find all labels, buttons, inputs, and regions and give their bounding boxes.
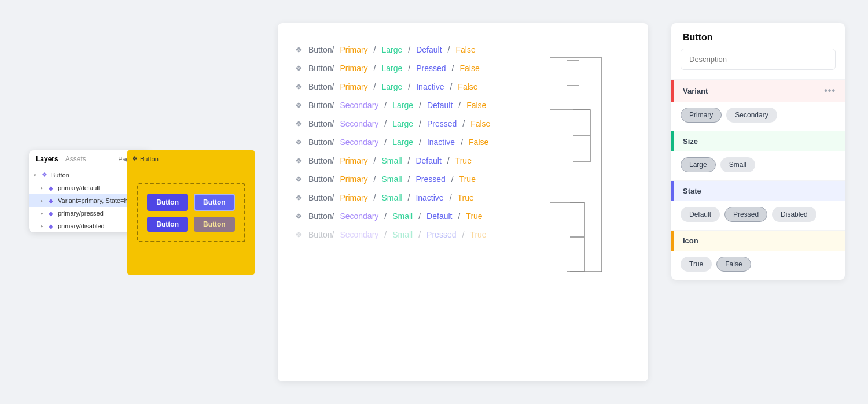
variant-item-4[interactable]: ❖ Button/Secondary/Large/Default/False	[295, 96, 631, 114]
state-section-header: State	[671, 181, 845, 201]
variant-option-secondary[interactable]: Secondary	[726, 108, 777, 123]
state-option-pressed[interactable]: Pressed	[724, 207, 767, 222]
variant-drag-icon: ❖	[295, 230, 303, 239]
icon-option-false[interactable]: False	[716, 257, 751, 272]
variant-drag-icon: ❖	[295, 156, 303, 165]
icon-section-header: Icon	[671, 231, 845, 251]
variant-item-8[interactable]: ❖ Button/Primary/Small/Pressed/True	[295, 170, 631, 188]
expand-arrow: ▸	[41, 198, 46, 203]
variant-item-7[interactable]: ❖ Button/Primary/Small/Default/True	[295, 151, 631, 170]
variant-item-11[interactable]: ❖ Button/Secondary/Small/Pressed/True	[295, 225, 631, 244]
state-option-default[interactable]: Default	[681, 207, 720, 222]
variant-drag-icon: ❖	[295, 212, 303, 221]
component-icon: ◆	[49, 210, 56, 217]
canvas-buttons-container: Button Button Button Button	[137, 183, 245, 242]
layers-tab[interactable]: Layers	[36, 155, 58, 163]
variant-drag-icon: ❖	[295, 138, 303, 147]
variant-list-panel: ❖ Button/Primary/Large/Default/False ❖ B…	[278, 23, 648, 381]
icon-options: True False	[671, 251, 845, 280]
variant-item-1[interactable]: ❖ Button/Primary/Large/Default/False	[295, 40, 631, 59]
variant-section: Variant ••• Primary Secondary	[671, 79, 845, 131]
description-input[interactable]	[681, 49, 836, 70]
frame-icon: ❖	[42, 171, 49, 179]
variant-item-10[interactable]: ❖ Button/Secondary/Small/Default/True	[295, 207, 631, 225]
canvas-component-label: ❖ Button	[132, 155, 159, 162]
variant-more-btn[interactable]: •••	[824, 86, 836, 96]
size-option-small[interactable]: Small	[720, 157, 755, 172]
state-option-disabled[interactable]: Disabled	[772, 207, 816, 222]
variant-drag-icon: ❖	[295, 119, 303, 128]
properties-panel: Button Variant ••• Primary Secondary Siz…	[671, 23, 845, 280]
variant-drag-icon: ❖	[295, 82, 303, 91]
variant-drag-icon: ❖	[295, 101, 303, 110]
expand-arrow: ▸	[41, 185, 46, 191]
variant-options: Primary Secondary	[671, 102, 845, 131]
canvas-btn-4[interactable]: Button	[194, 217, 235, 232]
canvas-btn-3[interactable]: Button	[147, 217, 188, 232]
icon-section: Icon True False	[671, 230, 845, 280]
variant-section-header: Variant •••	[671, 80, 845, 102]
canvas-btn-2[interactable]: Button	[194, 194, 235, 211]
variant-drag-icon: ❖	[295, 193, 303, 202]
size-options: Large Small	[671, 151, 845, 180]
canvas-btn-1[interactable]: Button	[147, 194, 188, 211]
properties-title: Button	[671, 23, 845, 49]
size-option-large[interactable]: Large	[681, 157, 716, 172]
variant-drag-icon: ❖	[295, 45, 303, 54]
canvas: ❖ Button Button Button Button Button	[127, 150, 255, 275]
assets-tab[interactable]: Assets	[65, 155, 86, 163]
variant-item-3[interactable]: ❖ Button/Primary/Large/Inactive/False	[295, 77, 631, 96]
variant-item-9[interactable]: ❖ Button/Primary/Small/Inactive/True	[295, 188, 631, 207]
expand-arrow: ▸	[41, 223, 46, 229]
component-icon: ◆	[49, 198, 56, 204]
variant-items: ❖ Button/Primary/Large/Default/False ❖ B…	[278, 23, 648, 255]
variant-item-6[interactable]: ❖ Button/Secondary/Large/Inactive/False	[295, 133, 631, 151]
variant-item-5[interactable]: ❖ Button/Secondary/Large/Pressed/False	[295, 114, 631, 133]
expand-arrow: ▾	[34, 172, 39, 178]
variant-drag-icon: ❖	[295, 64, 303, 73]
variant-drag-icon: ❖	[295, 175, 303, 184]
expand-arrow: ▸	[41, 210, 46, 216]
variant-item-2[interactable]: ❖ Button/Primary/Large/Pressed/False	[295, 59, 631, 77]
variant-option-primary[interactable]: Primary	[681, 108, 722, 123]
size-section-header: Size	[671, 131, 845, 151]
size-section: Size Large Small	[671, 131, 845, 180]
component-icon: ◆	[49, 185, 56, 191]
state-section: State Default Pressed Disabled	[671, 180, 845, 230]
icon-option-true[interactable]: True	[681, 257, 712, 272]
state-options: Default Pressed Disabled	[671, 201, 845, 230]
component-icon: ◆	[49, 223, 56, 229]
